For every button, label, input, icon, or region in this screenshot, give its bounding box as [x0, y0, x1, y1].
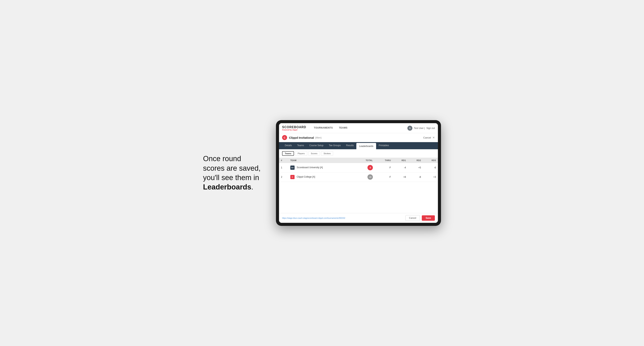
save-button[interactable]: Save — [422, 215, 435, 221]
team-1-logo: SU — [290, 166, 294, 170]
team-2-total: +3 — [354, 173, 374, 182]
sidebar-text-bold: Leaderboards — [203, 183, 251, 191]
filter-players[interactable]: Players — [295, 151, 307, 156]
filter-strokes[interactable]: Strokes — [321, 151, 333, 156]
tournament-name: Clippd Invitational — [289, 136, 314, 139]
team-2-rd3: +3 — [423, 173, 438, 182]
team-2-logo: C — [290, 175, 294, 179]
leaderboard-table: # TEAM TOTAL THRU RD1 RD2 RD3 1 SU — [279, 158, 438, 182]
sidebar-description: Once round scores are saved, you'll see … — [203, 154, 264, 192]
brand-powered: Powered by clippd — [282, 129, 306, 131]
sign-out-link[interactable]: Sign out — [426, 127, 435, 130]
tab-teams[interactable]: Teams — [294, 142, 307, 149]
team-2-rd1: +8 — [393, 173, 408, 182]
col-thru: THRU — [375, 158, 393, 163]
team-2-thru: F — [375, 173, 393, 182]
nav-tournaments[interactable]: TOURNAMENTS — [311, 123, 336, 133]
col-rd1: RD1 — [393, 158, 408, 163]
filter-scores[interactable]: Scores — [308, 151, 320, 156]
top-nav: SCOREBOARD Powered by clippd TOURNAMENTS… — [279, 123, 438, 133]
brand-title: SCOREBOARD — [282, 126, 306, 129]
score-badge-2: +3 — [368, 174, 373, 180]
sidebar-text-plain: Once round scores are saved, you'll see … — [203, 155, 260, 182]
close-icon[interactable]: ✕ — [432, 136, 435, 139]
sub-nav: Details Teams Course Setup Tee Groups Re… — [279, 142, 438, 149]
sidebar-period: . — [251, 183, 253, 191]
team-1-name: Scoreboard University [A] — [297, 166, 323, 169]
tournament-icon: C — [282, 135, 287, 140]
tab-printables[interactable]: Printables — [376, 142, 392, 149]
team-1-total: -5 — [354, 163, 374, 173]
tablet-device: SCOREBOARD Powered by clippd TOURNAMENTS… — [276, 120, 441, 226]
footer-url: https://stage-blue-coach.stagescoreboard… — [282, 217, 345, 219]
team-2-name: Clippd College [A] — [297, 175, 315, 178]
rank-2: 2 — [279, 173, 288, 182]
rank-1: 1 — [279, 163, 288, 173]
tournament-cancel[interactable]: Cancel ✕ — [423, 136, 435, 139]
content-spacer — [279, 182, 438, 213]
avatar: S — [408, 126, 412, 131]
col-rd3: RD3 — [423, 158, 438, 163]
nav-teams[interactable]: TEAMS — [336, 123, 350, 133]
tab-tee-groups[interactable]: Tee Groups — [326, 142, 343, 149]
tab-results[interactable]: Results — [343, 142, 356, 149]
team-1-thru: F — [375, 163, 393, 173]
team-1-rd1: -4 — [393, 163, 408, 173]
nav-right: S Test User | Sign out — [408, 126, 435, 131]
tournament-gender: (Men) — [315, 136, 322, 139]
col-team: TEAM — [288, 158, 355, 163]
user-name: Test User | — [414, 127, 425, 130]
filter-teams[interactable]: Teams — [282, 151, 294, 156]
tab-details[interactable]: Details — [282, 142, 294, 149]
tab-course-setup[interactable]: Course Setup — [307, 142, 326, 149]
col-rd2: RD2 — [408, 158, 423, 163]
col-rank: # — [279, 158, 288, 163]
team-1-cell: SU Scoreboard University [A] — [288, 163, 355, 173]
score-badge-1: -5 — [368, 165, 373, 170]
nav-links: TOURNAMENTS TEAMS — [311, 123, 408, 133]
col-total: TOTAL — [354, 158, 374, 163]
tournament-header: C Clippd Invitational (Men) Cancel ✕ — [279, 133, 438, 142]
app-footer: https://stage-blue-coach.stagescoreboard… — [279, 213, 438, 223]
filter-row: Teams Players Scores Strokes — [279, 149, 438, 158]
cancel-button[interactable]: Cancel — [406, 215, 420, 221]
tab-leaderboards[interactable]: Leaderboards — [356, 143, 376, 149]
team-1-rd3: -6 — [423, 163, 438, 173]
team-1-rd2: +5 — [408, 163, 423, 173]
brand: SCOREBOARD Powered by clippd — [282, 126, 306, 131]
team-2-cell: C Clippd College [A] — [288, 173, 355, 182]
tablet-screen: SCOREBOARD Powered by clippd TOURNAMENTS… — [279, 123, 438, 223]
table-row: 2 C Clippd College [A] +3 F +8 -8 +3 — [279, 173, 438, 182]
table-row: 1 SU Scoreboard University [A] -5 F -4 +… — [279, 163, 438, 173]
team-2-rd2: -8 — [408, 173, 423, 182]
